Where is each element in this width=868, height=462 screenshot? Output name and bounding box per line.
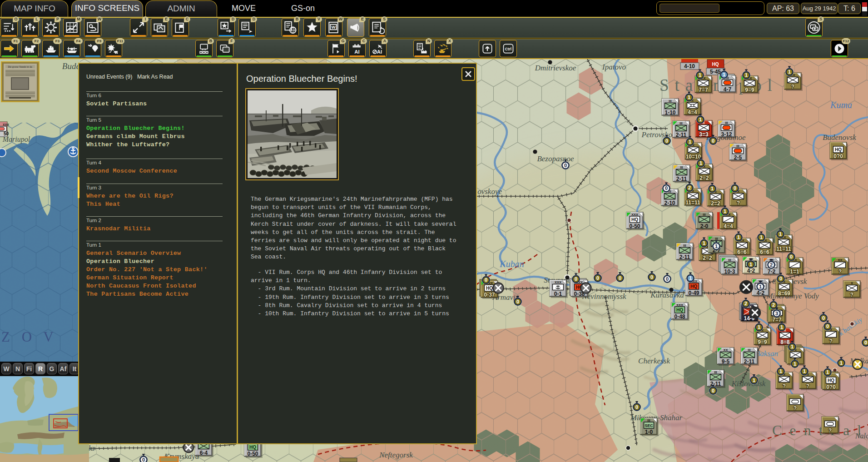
svg-text:6=6: 6=6 [737, 249, 747, 255]
svg-text:0-50: 0-50 [247, 451, 258, 457]
svg-text:1: 1 [703, 240, 705, 246]
svg-text:0: 0 [142, 457, 145, 462]
svg-text:2=2: 2=2 [703, 255, 712, 261]
svg-text:Bezopasnoe: Bezopasnoe [537, 154, 574, 163]
svg-text:Central: Central [772, 422, 868, 438]
svg-text:HQ: HQ [631, 217, 638, 222]
svg-text:HQ: HQ [676, 308, 683, 313]
svg-text:2: 2 [744, 301, 747, 306]
svg-text:1: 1 [791, 344, 794, 349]
svg-text:2-11: 2-11 [744, 358, 755, 365]
svg-text:0: 0 [822, 315, 825, 321]
svg-text:?: ? [838, 268, 842, 275]
svg-text:1-0: 1-0 [645, 429, 653, 435]
svg-text:9-5: 9-5 [722, 358, 730, 365]
svg-text:3: 3 [775, 311, 778, 316]
svg-text:HQ: HQ [828, 378, 834, 383]
svg-text:0-37: 0-37 [484, 292, 495, 298]
svg-text:?: ? [829, 338, 833, 344]
svg-text:1: 1 [760, 234, 763, 240]
svg-text:0: 0 [516, 299, 519, 304]
svg-text:1: 1 [715, 243, 718, 249]
svg-text:0: 0 [485, 277, 487, 283]
svg-text:Kuban: Kuban [499, 259, 524, 269]
svg-text:10=10: 10=10 [686, 154, 701, 160]
svg-text:XXX: XXX [555, 280, 561, 284]
svg-text:III: III [736, 144, 739, 148]
svg-text:1: 1 [840, 360, 843, 366]
svg-text:SEC: SEC [645, 423, 653, 428]
svg-text:4=4: 4=4 [688, 109, 697, 115]
svg-text:2: 2 [770, 262, 773, 268]
svg-text:Ipatovo: Ipatovo [602, 63, 626, 71]
svg-text:III: III [680, 121, 682, 125]
svg-text:XXX: XXX [3, 123, 9, 126]
svg-text:0: 0 [790, 254, 793, 259]
svg-text:4=4: 4=4 [724, 223, 733, 229]
svg-text:HQ: HQ [690, 284, 697, 289]
svg-text:HQ: HQ [712, 62, 719, 67]
svg-text:0-50: 0-50 [629, 223, 640, 229]
svg-text:Z O V: Z O V [1, 329, 58, 345]
svg-text:Cherkessk: Cherkessk [638, 357, 670, 365]
svg-text:III: III [715, 237, 718, 241]
svg-text:Petrovskoe: Petrovskoe [641, 130, 676, 139]
svg-text:0: 0 [826, 323, 829, 329]
svg-text:0: 0 [712, 388, 714, 393]
svg-text:AI: AI [354, 49, 359, 55]
svg-text:1: 1 [826, 369, 829, 375]
svg-text:0-1: 0-1 [554, 291, 562, 297]
svg-text:Nalc: Nalc [855, 432, 868, 440]
svg-text:0: 0 [635, 404, 638, 410]
svg-text:1: 1 [753, 378, 755, 383]
svg-text:1: 1 [699, 72, 701, 78]
svg-text:2-11: 2-11 [676, 132, 687, 138]
svg-text:9=9: 9=9 [758, 339, 767, 345]
svg-text:1: 1 [699, 117, 702, 122]
svg-text:0: 0 [650, 274, 653, 280]
svg-text:7=7: 7=7 [699, 87, 708, 93]
svg-text:1-10: 1-10 [665, 109, 675, 116]
svg-text:Die grosse Stunde ist da: Die grosse Stunde ist da [8, 65, 32, 68]
svg-text:III: III [748, 348, 750, 352]
svg-text:4-7: 4-7 [724, 86, 732, 93]
svg-text:III: III [680, 165, 683, 169]
svg-text:1: 1 [780, 324, 783, 330]
svg-text:Kurasavka: Kurasavka [650, 291, 684, 299]
svg-text:2-5: 2-5 [734, 154, 742, 161]
svg-text:Kislovodsk: Kislovodsk [731, 379, 766, 388]
svg-text:1: 1 [688, 94, 690, 100]
svg-text:?: ? [806, 383, 809, 389]
svg-text:?: ? [737, 200, 740, 206]
svg-text:1: 1 [724, 209, 726, 214]
svg-text:6-4: 6-4 [200, 450, 208, 456]
svg-text:III: III [703, 213, 705, 217]
svg-text:XX: XX [838, 258, 842, 262]
svg-text:0: 0 [779, 276, 782, 281]
svg-text:2=2: 2=2 [711, 200, 720, 207]
svg-text:HQ: HQ [835, 147, 842, 152]
svg-text:Dmitrievskoe: Dmitrievskoe [535, 64, 576, 72]
svg-text:2-11: 2-11 [680, 254, 690, 260]
svg-text:0: 0 [864, 340, 867, 345]
svg-text:0: 0 [619, 275, 621, 281]
svg-text:50: 50 [4, 131, 9, 136]
svg-text:2: 2 [688, 185, 691, 190]
svg-text:1: 1 [759, 284, 762, 289]
svg-text:?: ? [828, 427, 832, 434]
svg-text:III: III [669, 99, 671, 103]
svg-text:?: ? [794, 405, 797, 412]
svg-text:2=2: 2=2 [699, 175, 709, 181]
svg-text:0?0: 0?0 [833, 153, 843, 159]
svg-text:1: 1 [689, 275, 692, 281]
svg-text:10-3: 10-3 [724, 268, 735, 275]
svg-text:III: III [714, 370, 717, 374]
svg-text:0?0: 0?0 [826, 384, 836, 390]
svg-text:1: 1 [689, 139, 691, 144]
svg-text:6=6: 6=6 [760, 249, 769, 255]
svg-text:1: 1 [745, 72, 748, 78]
svg-text:0-49: 0-49 [688, 290, 699, 296]
svg-text:0: 0 [666, 276, 669, 282]
svg-text:0: 0 [564, 163, 567, 168]
svg-text:AI: AI [377, 49, 382, 55]
